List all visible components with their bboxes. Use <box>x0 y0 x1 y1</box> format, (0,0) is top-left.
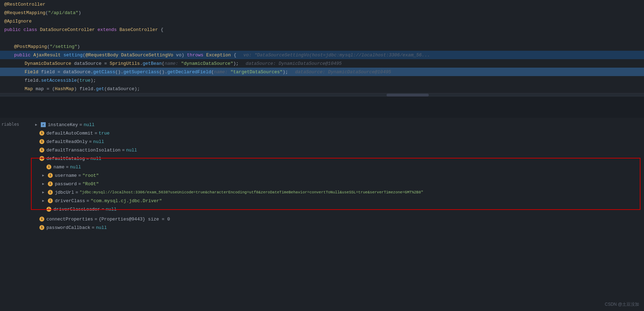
annotation-rest-controller: @RestController <box>4 2 45 7</box>
var-item-defaulttransactionisolation: i defaultTransactionIsolation = null <box>0 146 644 154</box>
code-line-5 <box>0 34 644 42</box>
info-icon-connectproperties: i <box>39 217 44 222</box>
info-icon-passwordcallback: i <box>39 225 44 230</box>
gap-area <box>0 97 644 118</box>
expand-arrow-jdbcurl: ▶ <box>42 190 46 194</box>
info-icon-defaultreadonly: i <box>39 139 44 144</box>
annotation-request-mapping: @RequestMapping <box>4 10 45 15</box>
var-item-connectproperties: i connectProperties = {Properties@9443} … <box>0 215 644 223</box>
var-name-password: password <box>55 181 77 187</box>
var-value-connectproperties: {Properties@9443} size = 0 <box>98 217 170 222</box>
var-value-passwordcallback: null <box>96 225 107 230</box>
code-line-10: field. setAccessible ( true ); <box>0 76 644 85</box>
code-line-11: Map map = ( HashMap ) field. get (dataSo… <box>0 85 644 93</box>
var-equals-instancekey: = <box>79 122 82 127</box>
watermark: CSDN @土豆没加 <box>605 301 639 307</box>
var-name-jdbcurl: jdbcUrl <box>55 190 74 195</box>
var-item-defaultreadonly: i defaultReadOnly = null <box>0 137 644 146</box>
var-value-defaultcatalog: null <box>90 156 101 161</box>
var-item-defaultautocommit: i defaultAutoCommit = true <box>0 129 644 137</box>
annotation-api-ignore: @ApiIgnore <box>4 19 32 24</box>
var-item-driverclass: ▶ i driverClass = "com.mysql.cj.jdbc.Dri… <box>0 197 644 205</box>
var-item-username: ▶ i username = "root" <box>0 171 644 180</box>
code-line-1: @RestController <box>0 0 644 8</box>
info-icon-defaultautocommit: i <box>39 131 44 136</box>
horizontal-scrollbar[interactable] <box>0 93 644 97</box>
var-name-passwordcallback: passwordCallback <box>46 225 90 230</box>
info-icon-driverclass: i <box>48 198 53 203</box>
var-item-name: i name = null <box>0 163 644 171</box>
var-value-driverclass: "com.mysql.cj.jdbc.Driver" <box>91 198 162 204</box>
var-value-jdbcurl: "jdbc:mysql://localhost:3306/exam_5638?u… <box>79 190 423 194</box>
var-name-defaultreadonly: defaultReadOnly <box>46 139 88 144</box>
info-icon-jdbcurl: i <box>48 190 53 195</box>
code-line-6: @PostMapping("/setting") <box>0 42 644 51</box>
var-name-driverclass: driverClass <box>55 198 85 204</box>
var-value-name: null <box>70 164 81 170</box>
code-line-8: DynamicDataSource dataSource = SpringUti… <box>0 59 644 68</box>
expand-arrow-instancekey: ▶ <box>35 123 39 127</box>
var-name-driverclassloader: driverClassLoader <box>53 207 100 212</box>
var-item-defaultcatalog: i defaultCatalog = null <box>0 154 644 163</box>
info-icon-driverclassloader: i <box>46 207 51 212</box>
var-item-jdbcurl: ▶ i jdbcUrl = "jdbc:mysql://localhost:33… <box>0 188 644 197</box>
var-value-username: "root" <box>82 173 99 178</box>
expand-arrow-username: ▶ <box>42 173 46 178</box>
code-line-7: public AjaxResult setting ( @RequestBody… <box>0 51 644 59</box>
field-icon-instancekey: f <box>41 122 46 127</box>
editor-area: @RestController @RequestMapping("/api/da… <box>0 0 644 97</box>
var-item-password: ▶ i password = "Ro0t" <box>0 180 644 188</box>
var-value-defaultautocommit: true <box>98 131 109 136</box>
var-name-name: name <box>53 164 64 170</box>
var-name-instancekey: instanceKey <box>48 122 78 127</box>
var-name-defaultcatalog: defaultCatalog <box>46 156 85 161</box>
code-line-3: @ApiIgnore <box>0 17 644 25</box>
var-item-instancekey: ▶ f instanceKey = null <box>0 120 644 129</box>
var-value-defaulttransactionisolation: null <box>126 148 137 153</box>
var-name-username: username <box>55 173 77 178</box>
expand-arrow-driverclass: ▶ <box>42 199 46 203</box>
var-name-defaulttransactionisolation: defaultTransactionIsolation <box>46 148 121 153</box>
expand-arrow-password: ▶ <box>42 182 46 186</box>
code-line-2: @RequestMapping("/api/data") <box>0 8 644 17</box>
var-value-instancekey: null <box>84 122 95 127</box>
var-name-defaultautocommit: defaultAutoCommit <box>46 131 93 136</box>
var-item-driverclassloader: i driverClassLoader = null <box>0 205 644 213</box>
var-name-connectproperties: connectProperties <box>46 217 93 222</box>
info-icon-defaultcatalog: i <box>39 156 44 161</box>
info-icon-name: i <box>46 164 51 169</box>
var-item-passwordcallback: i passwordCallback = null <box>0 223 644 232</box>
info-icon-password: i <box>48 181 53 186</box>
var-value-defaultreadonly: null <box>93 139 104 144</box>
info-icon-defaulttransactionisolation: i <box>39 148 44 153</box>
code-line-4: public class DataSourceController extend… <box>0 25 644 34</box>
var-value-password: "Ro0t" <box>82 181 99 187</box>
variables-panel: riables ▶ f instanceKey = null i default… <box>0 118 644 232</box>
info-icon-username: i <box>48 173 53 178</box>
var-value-driverclassloader: null <box>106 207 116 212</box>
code-line-9: Field field = dataSource. getClass (). g… <box>0 68 644 76</box>
